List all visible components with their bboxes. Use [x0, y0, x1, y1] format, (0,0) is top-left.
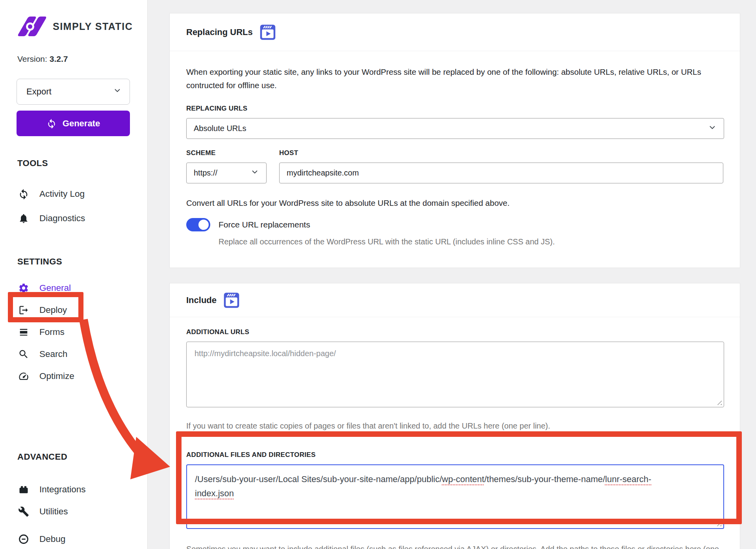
settings-heading: SETTINGS: [17, 257, 147, 267]
additional-files-textarea[interactable]: /Users/sub-your-user/Local Sites/sub-you…: [186, 464, 724, 529]
convert-urls-text: Convert all URLs for your WordPress site…: [186, 198, 723, 208]
include-card-header: Include: [170, 283, 740, 317]
sidebar-item-general[interactable]: General: [0, 277, 147, 299]
gauge-icon: [18, 371, 29, 382]
export-select[interactable]: Export: [17, 79, 130, 105]
generate-button[interactable]: Generate: [17, 111, 130, 136]
scheme-label: SCHEME: [186, 149, 267, 157]
export-select-value: Export: [26, 87, 52, 97]
sync-icon: [18, 189, 29, 200]
version-value: 3.2.7: [50, 54, 68, 63]
chevron-down-icon: [250, 168, 259, 178]
sidebar-item-label: Debug: [39, 534, 65, 544]
simply-static-logo-icon: [17, 15, 46, 37]
replacing-urls-card: Replacing URLs When exporting your stati…: [169, 13, 740, 268]
replacing-urls-label: REPLACING URLS: [186, 105, 723, 113]
sync-icon: [46, 118, 57, 129]
chevron-down-icon: [113, 86, 122, 97]
sidebar-item-label: Search: [39, 349, 67, 359]
sidebar-item-label: Deploy: [39, 305, 67, 315]
chevron-down-icon: [708, 123, 717, 134]
version-line: Version: 3.2.7: [17, 54, 147, 64]
additional-urls-label: ADDITIONAL URLS: [186, 328, 723, 336]
sidebar-item-debug[interactable]: Debug: [0, 528, 147, 549]
additional-urls-placeholder: http://mydirtcheapsite.local/hidden-page…: [195, 349, 336, 358]
replacing-urls-select-value: Absolute URLs: [194, 124, 246, 133]
video-tutorial-icon[interactable]: [223, 292, 240, 309]
video-tutorial-icon[interactable]: [259, 24, 276, 41]
sidebar: SIMPLY STATIC Version: 3.2.7 Export Gene…: [0, 0, 148, 549]
forms-icon: [18, 327, 29, 338]
scheme-select-value: https://: [194, 168, 217, 177]
force-url-replacements-help: Replace all occurrences of the WordPress…: [219, 237, 723, 246]
additional-files-value: /Users/sub-your-user/Local Sites/sub-you…: [195, 472, 685, 501]
version-label: Version:: [17, 54, 47, 63]
sidebar-item-label: Optimize: [39, 371, 74, 381]
advanced-heading: ADVANCED: [17, 452, 147, 462]
force-url-replacements-toggle[interactable]: [186, 218, 210, 231]
brand-name: SIMPLY STATIC: [53, 21, 133, 32]
scheme-select[interactable]: https://: [186, 163, 267, 183]
sidebar-item-label: Diagnostics: [39, 213, 85, 224]
sidebar-item-label: Utilities: [39, 506, 68, 517]
sidebar-item-label: Forms: [39, 327, 65, 337]
generate-button-label: Generate: [63, 118, 100, 129]
sidebar-item-activity-log[interactable]: Activity Log: [0, 182, 147, 206]
resize-handle[interactable]: [717, 400, 722, 405]
sidebar-item-label: Activity Log: [39, 189, 85, 199]
include-card: Include ADDITIONAL URLS http://mydirtche…: [169, 283, 740, 549]
additional-files-label: ADDITIONAL FILES AND DIRECTORIES: [186, 451, 723, 459]
sidebar-item-diagnostics[interactable]: Diagnostics: [0, 206, 147, 231]
wrench-icon: [18, 506, 29, 517]
sidebar-item-optimize[interactable]: Optimize: [0, 365, 147, 387]
sidebar-item-utilities[interactable]: Utilities: [0, 501, 147, 523]
bell-icon: [18, 213, 29, 224]
sidebar-item-integrations[interactable]: Integrations: [0, 479, 147, 501]
sidebar-item-forms[interactable]: Forms: [0, 321, 147, 343]
additional-files-help: Sometimes you may want to include additi…: [186, 542, 720, 549]
sidebar-item-deploy[interactable]: Deploy: [0, 299, 147, 321]
sidebar-item-label: Integrations: [39, 484, 86, 495]
force-url-replacements-label: Force URL replacements: [219, 220, 310, 229]
brick-icon: [18, 484, 29, 495]
search-icon: [18, 349, 29, 360]
additional-urls-help: If you want to create static copies of p…: [186, 419, 720, 433]
replacing-urls-description: When exporting your static site, any lin…: [186, 65, 712, 92]
deploy-icon: [18, 305, 29, 316]
replacing-urls-card-header: Replacing URLs: [170, 13, 740, 51]
resize-handle[interactable]: [716, 521, 721, 526]
host-label: HOST: [279, 149, 723, 157]
host-input-value: mydirtcheapsite.com: [287, 168, 359, 177]
sidebar-item-search[interactable]: Search: [0, 343, 147, 365]
tools-heading: TOOLS: [17, 158, 147, 168]
bug-icon: [18, 534, 29, 545]
host-input[interactable]: mydirtcheapsite.com: [279, 163, 723, 183]
gear-icon: [18, 283, 29, 294]
brand-logo: SIMPLY STATIC: [17, 14, 147, 39]
sidebar-item-label: General: [39, 283, 71, 293]
additional-urls-textarea[interactable]: http://mydirtcheapsite.local/hidden-page…: [186, 342, 724, 407]
settings-content: Replacing URLs When exporting your stati…: [148, 0, 756, 549]
card-title: Include: [186, 295, 217, 305]
card-title: Replacing URLs: [186, 27, 253, 37]
replacing-urls-select[interactable]: Absolute URLs: [186, 118, 724, 139]
